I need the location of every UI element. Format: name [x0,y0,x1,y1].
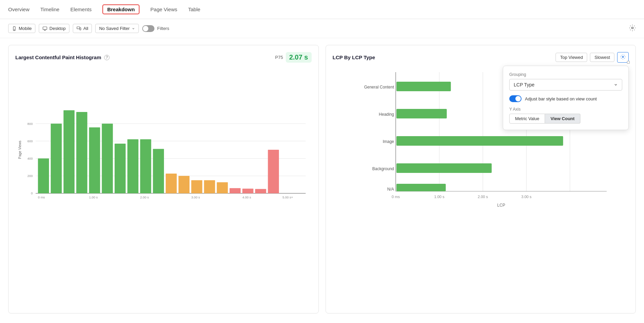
desktop-filter-btn[interactable]: Desktop [39,24,69,33]
svg-rect-24 [89,127,100,193]
svg-rect-55 [396,109,447,118]
svg-rect-30 [166,174,177,193]
grouping-label: Grouping [509,72,622,77]
svg-text:Heading: Heading [379,112,394,117]
nav-elements[interactable]: Elements [70,6,92,12]
svg-text:0: 0 [31,192,33,195]
svg-rect-20 [38,159,49,193]
svg-rect-26 [115,144,126,193]
svg-text:5.00 s+: 5.00 s+ [282,196,293,199]
mobile-icon [12,26,17,31]
histogram-chart: Page Views 0 200 400 600 800 [15,68,312,232]
svg-rect-53 [396,82,451,91]
svg-text:600: 600 [28,140,33,143]
svg-rect-21 [51,124,62,193]
svg-rect-38 [268,150,279,193]
svg-rect-6 [80,28,81,30]
histogram-svg: Page Views 0 200 400 600 800 [15,68,312,231]
p75-value: 2.07 s [286,52,312,63]
nav-overview[interactable]: Overview [8,6,30,12]
svg-text:400: 400 [28,157,33,160]
grouping-select[interactable]: LCP Type [509,79,622,91]
svg-text:2.00 s: 2.00 s [140,196,149,199]
svg-text:N/A: N/A [387,187,394,192]
filter-bar: Mobile Desktop All No Saved Filter Filte… [0,19,644,38]
svg-text:LCP: LCP [497,203,505,208]
svg-rect-61 [396,184,446,191]
toggle-switch[interactable] [142,25,154,32]
metric-value-btn[interactable]: Metric Value [509,114,545,124]
svg-text:3.00 s: 3.00 s [521,195,531,199]
grouping-dropdown-panel: Grouping LCP Type Adjust bar style based… [503,66,629,130]
svg-rect-32 [191,180,202,193]
svg-rect-28 [140,139,151,193]
top-viewed-btn[interactable]: Top Viewed [556,53,587,62]
svg-text:3.00 s: 3.00 s [191,196,200,199]
svg-rect-37 [255,189,266,193]
histogram-panel: Largest Contentful Paint Histogram ? P75… [8,45,319,313]
svg-text:4.00 s: 4.00 s [242,196,251,199]
chart-settings-btn[interactable] [617,52,629,63]
lcp-type-panel: LCP By LCP Type Top Viewed Slowest Group… [326,45,636,313]
filters-toggle: Filters [142,25,169,32]
view-count-btn[interactable]: View Count [545,114,580,124]
desktop-icon [43,26,47,31]
main-content: Largest Contentful Paint Histogram ? P75… [0,38,644,320]
settings-btn-top[interactable] [629,25,636,32]
svg-rect-23 [76,112,87,193]
svg-rect-2 [43,27,47,29]
svg-rect-5 [77,27,80,29]
svg-rect-22 [64,110,75,193]
nav-breakdown[interactable]: Breakdown [102,4,139,14]
y-axis-section: Y Axis Metric Value View Count [509,107,622,124]
svg-text:0 ms: 0 ms [38,196,45,199]
svg-text:1.00 s: 1.00 s [89,196,98,199]
all-devices-icon [77,26,81,31]
svg-text:1.00 s: 1.00 s [434,195,444,199]
svg-text:Background: Background [372,166,394,171]
saved-filter-dropdown[interactable]: No Saved Filter [95,24,139,33]
adjust-toggle[interactable] [509,95,522,102]
right-chart-header: LCP By LCP Type Top Viewed Slowest [333,52,629,63]
gear-icon-chart [620,54,626,60]
svg-text:Image: Image [382,139,394,144]
svg-text:0 ms: 0 ms [392,195,400,199]
p75-badge: P75 2.07 s [275,52,312,63]
gear-icon-top [629,25,636,31]
svg-rect-36 [242,189,253,193]
svg-rect-34 [217,182,228,193]
svg-rect-25 [102,124,113,193]
svg-rect-35 [230,188,241,193]
nav-page-views[interactable]: Page Views [150,6,177,12]
svg-rect-31 [179,176,189,193]
adjust-bar-row: Adjust bar style based on view count [509,95,622,102]
top-nav: Overview Timeline Elements Breakdown Pag… [0,0,644,19]
svg-point-1 [14,29,14,30]
svg-text:Page Views: Page Views [18,141,22,159]
svg-text:2.00 s: 2.00 s [478,195,488,199]
select-chevron-icon [614,83,618,87]
lcp-type-title: LCP By LCP Type [333,54,375,60]
chevron-down-icon [132,27,135,30]
nav-table[interactable]: Table [188,6,200,12]
svg-rect-29 [153,149,164,193]
svg-rect-57 [396,136,563,146]
svg-rect-59 [396,163,492,173]
slowest-btn[interactable]: Slowest [590,53,614,62]
svg-point-45 [622,56,624,58]
info-icon[interactable]: ? [104,55,110,60]
mobile-filter-btn[interactable]: Mobile [8,24,35,33]
svg-point-7 [632,27,633,29]
all-filter-btn[interactable]: All [73,24,92,33]
svg-text:General Content: General Content [364,85,394,90]
svg-text:800: 800 [28,122,33,126]
nav-timeline[interactable]: Timeline [40,6,60,12]
svg-rect-27 [127,139,138,193]
svg-rect-33 [204,180,215,193]
svg-text:200: 200 [28,174,33,178]
histogram-title: Largest Contentful Paint Histogram [15,54,101,60]
